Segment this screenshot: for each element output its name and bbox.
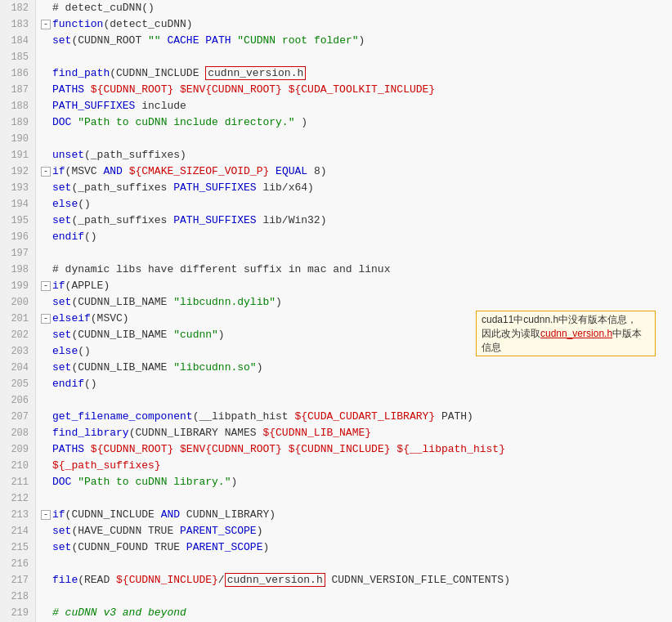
line-number: 219 bbox=[7, 605, 29, 621]
code-text: if(CUDNN_INCLUDE AND CUDNN_LIBRARY) bbox=[52, 507, 672, 523]
code-text: set(CUDNN_FOUND TRUE PARENT_SCOPE) bbox=[52, 539, 672, 556]
code-line: else() bbox=[41, 196, 672, 213]
code-text bbox=[52, 245, 672, 262]
line-number: 198 bbox=[7, 262, 29, 278]
line-number: 192 bbox=[7, 163, 29, 180]
code-line bbox=[41, 49, 672, 65]
code-line bbox=[41, 392, 672, 409]
fold-icon[interactable]: - bbox=[41, 510, 51, 520]
line-number: 213 bbox=[7, 507, 29, 523]
code-line: DOC "Path to cuDNN include directory." ) bbox=[41, 114, 672, 131]
code-text bbox=[52, 490, 672, 507]
line-number: 190 bbox=[7, 131, 29, 147]
code-text: PATHS ${CUDNN_ROOT} $ENV{CUDNN_ROOT} ${C… bbox=[52, 441, 672, 458]
code-line: -function(detect_cuDNN) bbox=[41, 16, 672, 33]
line-number: 184 bbox=[7, 33, 29, 49]
code-line: # cuDNN v3 and beyond bbox=[41, 605, 672, 621]
code-line: - if(CUDNN_INCLUDE AND CUDNN_LIBRARY) bbox=[41, 507, 672, 523]
line-number: 205 bbox=[7, 376, 29, 392]
line-number: 196 bbox=[7, 229, 29, 245]
code-line bbox=[41, 588, 672, 605]
line-number: 199 bbox=[7, 278, 29, 294]
line-number: 211 bbox=[7, 474, 29, 490]
code-line: PATHS ${CUDNN_ROOT} $ENV{CUDNN_ROOT} ${C… bbox=[41, 441, 672, 458]
code-text: # detect_cuDNN() bbox=[52, 0, 672, 16]
code-text: set(CUDNN_LIB_NAME "libcudnn.so") bbox=[52, 360, 672, 376]
line-number: 206 bbox=[7, 392, 29, 409]
code-text: get_filename_component(__libpath_hist ${… bbox=[52, 409, 672, 425]
code-line: get_filename_component(__libpath_hist ${… bbox=[41, 409, 672, 425]
code-text: if(MSVC AND ${CMAKE_SIZEOF_VOID_P} EQUAL… bbox=[52, 163, 672, 180]
line-numbers: 1821831841851861871881891901911921931941… bbox=[0, 0, 36, 622]
code-line: find_path(CUDNN_INCLUDE cudnn_version.h bbox=[41, 65, 672, 82]
line-number: 195 bbox=[7, 213, 29, 229]
fold-icon[interactable]: - bbox=[41, 281, 51, 291]
code-text: endif() bbox=[52, 376, 672, 392]
line-number: 189 bbox=[7, 114, 29, 131]
code-content: # detect_cuDNN()-function(detect_cuDNN) … bbox=[36, 0, 672, 622]
line-number: 204 bbox=[7, 360, 29, 376]
code-line: PATH_SUFFIXES include bbox=[41, 98, 672, 114]
line-number: 194 bbox=[7, 196, 29, 213]
code-line: DOC "Path to cuDNN library.") bbox=[41, 474, 672, 490]
code-text: set(_path_suffixes PATH_SUFFIXES lib/x64… bbox=[52, 180, 672, 196]
line-number: 202 bbox=[7, 327, 29, 343]
code-text: # dynamic libs have different suffix in … bbox=[52, 262, 672, 278]
code-text: ${_path_suffixes} bbox=[52, 458, 672, 474]
code-text: function(detect_cuDNN) bbox=[52, 16, 672, 33]
line-number: 215 bbox=[7, 539, 29, 556]
line-number: 182 bbox=[7, 0, 29, 16]
code-line: - elseif(MSVC)cuda11中cudnn.h中没有版本信息，因此改为… bbox=[41, 311, 672, 327]
line-number: 185 bbox=[7, 49, 29, 65]
line-number: 218 bbox=[7, 588, 29, 605]
code-line bbox=[41, 556, 672, 572]
code-line: - if(APPLE) bbox=[41, 278, 672, 294]
code-line: set(CUDNN_LIB_NAME "libcudnn.dylib") bbox=[41, 294, 672, 311]
code-text bbox=[52, 556, 672, 572]
code-text: endif() bbox=[52, 229, 672, 245]
code-text: DOC "Path to cuDNN library.") bbox=[52, 474, 672, 490]
line-number: 207 bbox=[7, 409, 29, 425]
code-line: file(READ ${CUDNN_INCLUDE}/cudnn_version… bbox=[41, 572, 672, 588]
fold-icon[interactable]: - bbox=[41, 20, 51, 29]
code-line: PATHS ${CUDNN_ROOT} $ENV{CUDNN_ROOT} ${C… bbox=[41, 82, 672, 98]
line-number: 197 bbox=[7, 245, 29, 262]
line-number: 209 bbox=[7, 441, 29, 458]
code-text: DOC "Path to cuDNN include directory." ) bbox=[52, 114, 672, 131]
code-line: set(CUDNN_ROOT "" CACHE PATH "CUDNN root… bbox=[41, 33, 672, 49]
code-text: # cuDNN v3 and beyond bbox=[52, 605, 672, 621]
code-text bbox=[52, 131, 672, 147]
code-line: ${_path_suffixes} bbox=[41, 458, 672, 474]
code-text: PATH_SUFFIXES include bbox=[52, 98, 672, 114]
code-text bbox=[52, 392, 672, 409]
line-number: 203 bbox=[7, 343, 29, 360]
code-line: endif() bbox=[41, 376, 672, 392]
code-text: set(CUDNN_ROOT "" CACHE PATH "CUDNN root… bbox=[52, 33, 672, 49]
code-line: - if(MSVC AND ${CMAKE_SIZEOF_VOID_P} EQU… bbox=[41, 163, 672, 180]
line-number: 217 bbox=[7, 572, 29, 588]
code-text bbox=[52, 588, 672, 605]
code-text: find_path(CUDNN_INCLUDE cudnn_version.h bbox=[52, 65, 672, 82]
code-text bbox=[52, 49, 672, 65]
code-line bbox=[41, 131, 672, 147]
line-number: 188 bbox=[7, 98, 29, 114]
code-line bbox=[41, 245, 672, 262]
line-number: 208 bbox=[7, 425, 29, 441]
line-number: 186 bbox=[7, 65, 29, 82]
code-line: # detect_cuDNN() bbox=[41, 0, 672, 16]
code-line: find_library(CUDNN_LIBRARY NAMES ${CUDNN… bbox=[41, 425, 672, 441]
line-number: 214 bbox=[7, 523, 29, 539]
code-line: # dynamic libs have different suffix in … bbox=[41, 262, 672, 278]
code-text: PATHS ${CUDNN_ROOT} $ENV{CUDNN_ROOT} ${C… bbox=[52, 82, 672, 98]
line-number: 210 bbox=[7, 458, 29, 474]
fold-icon[interactable]: - bbox=[41, 314, 51, 324]
code-text: else() bbox=[52, 196, 672, 213]
code-line bbox=[41, 490, 672, 507]
code-text: if(APPLE) bbox=[52, 278, 672, 294]
line-number: 212 bbox=[7, 490, 29, 507]
code-line: set(_path_suffixes PATH_SUFFIXES lib/x64… bbox=[41, 180, 672, 196]
code-line: set(CUDNN_FOUND TRUE PARENT_SCOPE) bbox=[41, 539, 672, 556]
code-text: set(_path_suffixes PATH_SUFFIXES lib/Win… bbox=[52, 213, 672, 229]
fold-icon[interactable]: - bbox=[41, 167, 51, 177]
line-number: 201 bbox=[7, 311, 29, 327]
